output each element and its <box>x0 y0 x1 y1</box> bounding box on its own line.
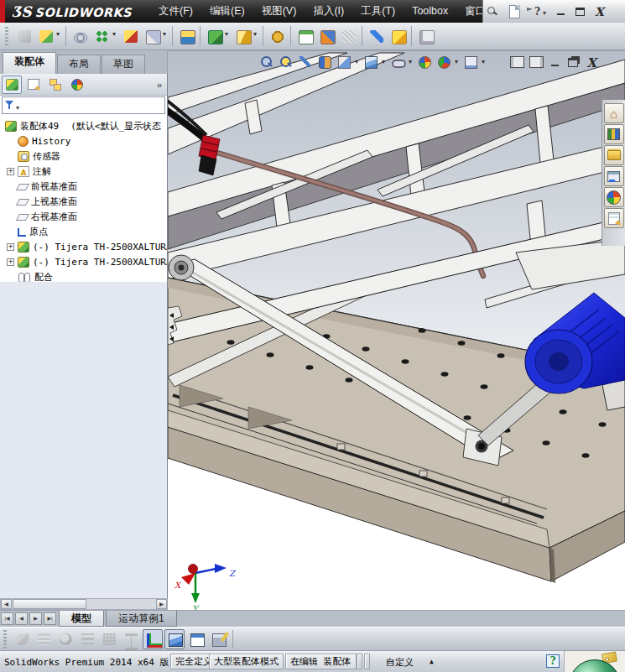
expand-toggle[interactable] <box>7 258 14 266</box>
doc-restore-icon[interactable] <box>565 56 581 69</box>
explode-line-sketch-icon[interactable] <box>338 25 358 47</box>
graphics-viewport[interactable]: Z Y X <box>168 50 625 610</box>
menu-insert[interactable]: 插入(I) <box>305 0 352 23</box>
view-orientation-icon[interactable] <box>362 55 380 71</box>
menu-file[interactable]: 文件(F) <box>150 0 201 23</box>
tab-model[interactable]: 模型 <box>59 611 104 627</box>
tree-filter-box[interactable] <box>2 96 165 114</box>
toolbar-grip[interactable] <box>3 630 7 649</box>
tab-layout[interactable]: 布局 <box>57 55 101 74</box>
view-settings-icon[interactable] <box>462 55 480 71</box>
pattern-dropdown-icon[interactable] <box>112 25 119 47</box>
search-icon[interactable] <box>487 6 497 17</box>
tree-item-annotations[interactable]: 注解 <box>0 164 167 179</box>
paint-tool-icon[interactable] <box>55 629 76 649</box>
scroll-left-icon[interactable]: ◀ <box>1 599 12 609</box>
tree-item-component-1[interactable]: (-) Tijera TH-2500XALTURA <box>0 239 167 254</box>
tree-item-root[interactable]: 装配体49 (默认<默认_显示状态 <box>0 118 167 133</box>
doc-close-icon[interactable] <box>584 56 599 69</box>
section-tool-icon[interactable] <box>12 629 32 649</box>
close-button[interactable] <box>591 4 607 18</box>
scrollbar-thumb[interactable] <box>13 599 86 609</box>
table-view-icon[interactable] <box>186 629 206 649</box>
minimize-button[interactable] <box>553 4 569 18</box>
tree-item-top-plane[interactable]: 上视基准面 <box>0 194 167 209</box>
reference-geometry-icon[interactable] <box>232 25 253 47</box>
chevron-down-icon[interactable] <box>482 55 487 71</box>
zoom-to-area-icon[interactable] <box>278 55 295 71</box>
pane-left-icon[interactable] <box>510 56 524 68</box>
menu-toolbox[interactable]: Toolbox <box>404 0 456 23</box>
solidworks-resources-icon[interactable] <box>604 103 624 123</box>
chevron-down-icon[interactable] <box>382 55 388 71</box>
grid-tool-icon[interactable] <box>99 629 119 649</box>
configurationmanager-button[interactable] <box>45 76 65 94</box>
displaymanager-button[interactable] <box>67 76 87 94</box>
model-canvas[interactable]: Z Y X <box>168 51 625 610</box>
smart-fasteners-icon[interactable] <box>120 25 140 47</box>
apply-scene-icon[interactable] <box>435 55 453 71</box>
tab-previous-icon[interactable]: ◀ <box>15 612 28 625</box>
expand-toggle[interactable] <box>7 243 14 251</box>
doc-minimize-icon[interactable] <box>547 56 562 69</box>
tag-help-dropdown-icon[interactable] <box>527 6 546 18</box>
zoom-to-fit-icon[interactable] <box>258 55 276 71</box>
stack-tool-icon[interactable] <box>34 629 54 649</box>
open-dropdown-icon[interactable] <box>56 25 63 47</box>
tree-item-sensors[interactable]: 传感器 <box>0 148 167 164</box>
lines-tool-icon[interactable] <box>77 629 97 649</box>
instant3d-icon[interactable] <box>366 25 386 47</box>
tree-item-front-plane[interactable]: 前视基准面 <box>0 179 167 194</box>
show-hidden-components-icon[interactable] <box>176 25 196 47</box>
help-status-icon[interactable]: ? <box>546 654 560 668</box>
tab-last-icon[interactable]: ▶| <box>44 612 56 625</box>
open-document-icon[interactable] <box>35 25 55 47</box>
assembly-features-dropdown-icon[interactable] <box>225 25 232 47</box>
bill-of-materials-icon[interactable] <box>294 25 315 47</box>
menu-tools[interactable]: 工具(T) <box>352 0 404 23</box>
custom-properties-icon[interactable] <box>604 208 624 228</box>
coordinate-axes-view-icon[interactable] <box>143 629 163 649</box>
file-explorer-icon[interactable] <box>604 145 624 165</box>
shaded-view-icon[interactable] <box>164 629 185 649</box>
save-animation-icon[interactable] <box>208 629 228 649</box>
swap-tool-icon[interactable] <box>121 629 141 649</box>
section-view-icon[interactable] <box>316 55 334 71</box>
filter-dropdown-icon[interactable] <box>16 98 19 113</box>
tree-item-component-2[interactable]: (-) Tijera TH-2500XALTURA_ <box>0 254 167 269</box>
tab-motion-study[interactable]: 运动算例1 <box>106 611 177 627</box>
customize-dropdown-icon[interactable]: ▲ <box>430 658 434 665</box>
display-state-icon[interactable] <box>336 55 353 71</box>
tree-item-right-plane[interactable]: 右视基准面 <box>0 209 167 224</box>
view-palette-icon[interactable] <box>604 166 624 186</box>
tab-first-icon[interactable]: |◀ <box>1 612 13 625</box>
menu-view[interactable]: 视图(V) <box>253 0 305 23</box>
toolbar-grip[interactable] <box>5 27 8 45</box>
display-style-icon[interactable] <box>389 55 407 71</box>
new-motion-study-icon[interactable] <box>267 25 287 47</box>
new-document-icon[interactable] <box>509 5 520 18</box>
tree-item-origin[interactable]: 原点 <box>0 224 167 239</box>
mate-icon[interactable] <box>70 25 90 47</box>
exploded-view-icon[interactable] <box>316 25 336 47</box>
edit-appearance-icon[interactable] <box>416 55 434 71</box>
component-pattern-icon[interactable] <box>91 25 112 47</box>
restore-button[interactable] <box>572 4 588 18</box>
tab-sketch[interactable]: 草图 <box>102 55 145 74</box>
panel-horizontal-scrollbar[interactable]: ◀ ▶ <box>0 598 168 610</box>
customize-label[interactable]: 自定义 <box>386 656 414 669</box>
reference-geometry-dropdown-icon[interactable] <box>253 25 260 47</box>
expand-chevron-icon[interactable]: » <box>157 80 162 90</box>
scroll-right-icon[interactable]: ▶ <box>156 599 167 609</box>
assembly-features-icon[interactable] <box>204 25 224 47</box>
tab-next-icon[interactable]: ▶ <box>29 612 42 625</box>
menu-edit[interactable]: 编辑(E) <box>201 0 253 23</box>
chevron-down-icon[interactable] <box>355 55 361 71</box>
insert-component-icon[interactable] <box>13 25 34 47</box>
magnified-selection-icon[interactable] <box>297 55 315 71</box>
expand-toggle[interactable] <box>7 168 14 175</box>
tree-item-history[interactable]: History <box>0 133 167 148</box>
design-library-icon[interactable] <box>604 124 624 144</box>
chevron-down-icon[interactable] <box>455 55 461 71</box>
pane-right-icon[interactable] <box>529 56 544 68</box>
